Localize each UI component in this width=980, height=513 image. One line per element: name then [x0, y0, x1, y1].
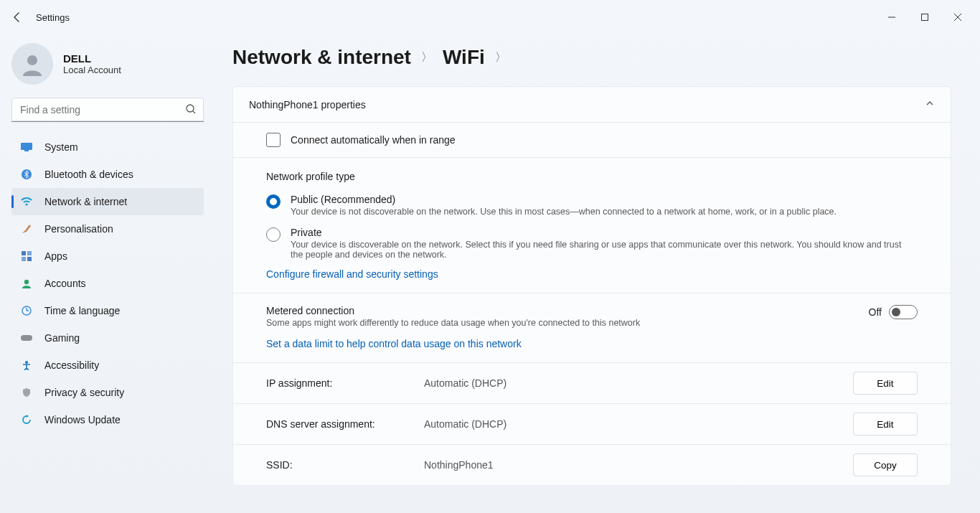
- search-box: [11, 98, 204, 122]
- sidebar-item-label: Network & internet: [44, 196, 127, 207]
- sidebar-item-bluetooth[interactable]: Bluetooth & devices: [11, 161, 204, 188]
- svg-rect-10: [27, 251, 32, 255]
- auto-connect-label: Connect automatically when in range: [291, 134, 456, 146]
- ip-assignment-edit-button[interactable]: Edit: [853, 372, 918, 395]
- metered-state-label: Off: [869, 306, 882, 318]
- sidebar-item-personalisation[interactable]: Personalisation: [11, 215, 204, 243]
- data-limit-link[interactable]: Set a data limit to help control data us…: [233, 331, 951, 362]
- properties-card: NothingPhone1 properties Connect automat…: [232, 86, 951, 486]
- sidebar-item-label: Apps: [44, 250, 67, 262]
- auto-connect-checkbox[interactable]: [266, 133, 281, 147]
- apps-icon: [20, 251, 33, 261]
- person-icon: [20, 52, 44, 76]
- svg-point-16: [25, 361, 28, 364]
- sidebar-item-accessibility[interactable]: Accessibility: [11, 352, 204, 379]
- profile-private-desc: Your device is discoverable on the netwo…: [291, 240, 915, 260]
- properties-title: NothingPhone1 properties: [249, 99, 366, 110]
- sidebar: DELL Local Account System Bluetooth & de…: [0, 34, 215, 513]
- sidebar-item-update[interactable]: Windows Update: [11, 406, 204, 433]
- dns-assignment-edit-button[interactable]: Edit: [853, 413, 918, 436]
- sidebar-item-network[interactable]: Network & internet: [11, 188, 204, 215]
- svg-rect-12: [27, 257, 32, 261]
- wifi-icon: [20, 197, 33, 207]
- user-subtitle: Local Account: [63, 65, 121, 75]
- chevron-right-icon: 〉: [495, 50, 507, 65]
- metered-toggle[interactable]: [889, 305, 918, 319]
- maximize-icon: [920, 13, 929, 22]
- sidebar-item-label: Accessibility: [44, 359, 99, 371]
- sidebar-item-system[interactable]: System: [11, 133, 204, 161]
- user-name: DELL: [63, 52, 121, 65]
- sidebar-item-gaming[interactable]: Gaming: [11, 324, 204, 352]
- sidebar-item-label: Bluetooth & devices: [44, 169, 133, 180]
- bluetooth-icon: [20, 169, 33, 179]
- globe-clock-icon: [20, 306, 33, 316]
- dns-assignment-value: Automatic (DHCP): [424, 418, 839, 430]
- sidebar-item-label: Accounts: [44, 278, 86, 289]
- search-icon: [185, 103, 197, 117]
- svg-rect-15: [21, 335, 32, 341]
- dns-assignment-row: DNS server assignment: Automatic (DHCP) …: [233, 404, 951, 444]
- sidebar-item-label: Time & language: [44, 305, 120, 316]
- metered-row: Metered connection Some apps might work …: [233, 293, 951, 331]
- close-button[interactable]: [941, 6, 974, 29]
- radio-private[interactable]: [266, 227, 281, 242]
- svg-rect-11: [22, 257, 26, 261]
- accessibility-icon: [20, 360, 33, 370]
- svg-point-8: [25, 203, 27, 205]
- svg-rect-9: [22, 251, 26, 255]
- arrow-left-icon: [11, 11, 23, 23]
- dns-assignment-key: DNS server assignment:: [266, 418, 410, 430]
- sidebar-item-apps[interactable]: Apps: [11, 243, 204, 270]
- sidebar-item-label: System: [44, 141, 78, 153]
- svg-rect-6: [24, 150, 29, 151]
- profile-public-title: Public (Recommended): [291, 194, 837, 205]
- ip-assignment-key: IP assignment:: [266, 377, 410, 389]
- chevron-up-icon: [925, 98, 935, 110]
- titlebar: Settings: [0, 0, 980, 34]
- ssid-copy-button[interactable]: Copy: [853, 453, 918, 476]
- firewall-link[interactable]: Configure firewall and security settings: [233, 261, 951, 293]
- sidebar-item-time[interactable]: Time & language: [11, 297, 204, 324]
- radio-public[interactable]: [266, 194, 281, 209]
- auto-connect-row: Connect automatically when in range: [233, 123, 951, 157]
- profile-public-option[interactable]: Public (Recommended) Your device is not …: [233, 189, 951, 218]
- ssid-key: SSID:: [266, 459, 410, 471]
- sidebar-item-privacy[interactable]: Privacy & security: [11, 379, 204, 406]
- nav-list: System Bluetooth & devices Network & int…: [11, 133, 204, 433]
- back-button[interactable]: [6, 6, 29, 29]
- profile-private-option[interactable]: Private Your device is discoverable on t…: [233, 218, 951, 261]
- svg-point-3: [187, 105, 194, 112]
- sidebar-item-label: Personalisation: [44, 223, 113, 235]
- system-icon: [20, 143, 33, 151]
- svg-point-2: [27, 55, 37, 65]
- minimize-button[interactable]: [875, 6, 908, 29]
- gaming-icon: [20, 334, 33, 342]
- chevron-right-icon: 〉: [421, 50, 433, 65]
- svg-point-13: [24, 280, 29, 284]
- ssid-value: NothingPhone1: [424, 459, 839, 471]
- svg-rect-1: [922, 14, 928, 21]
- properties-header[interactable]: NothingPhone1 properties: [233, 87, 951, 122]
- ip-assignment-value: Automatic (DHCP): [424, 377, 839, 389]
- sidebar-item-label: Privacy & security: [44, 387, 124, 398]
- breadcrumb-current[interactable]: WiFi: [443, 46, 485, 69]
- close-icon: [953, 13, 962, 22]
- ip-assignment-row: IP assignment: Automatic (DHCP) Edit: [233, 363, 951, 403]
- user-block[interactable]: DELL Local Account: [11, 40, 204, 98]
- sidebar-item-label: Gaming: [44, 332, 80, 344]
- avatar: [11, 43, 53, 85]
- paintbrush-icon: [20, 223, 33, 235]
- sidebar-item-label: Windows Update: [44, 414, 121, 425]
- sidebar-item-accounts[interactable]: Accounts: [11, 270, 204, 297]
- profile-type-title: Network profile type: [233, 158, 951, 189]
- breadcrumb-parent[interactable]: Network & internet: [232, 46, 411, 69]
- maximize-button[interactable]: [908, 6, 941, 29]
- metered-desc: Some apps might work differently to redu…: [266, 318, 640, 328]
- window-title: Settings: [36, 12, 70, 23]
- metered-title: Metered connection: [266, 305, 640, 316]
- search-input[interactable]: [11, 98, 204, 122]
- main-content: Network & internet 〉 WiFi 〉 NothingPhone…: [215, 34, 980, 513]
- svg-rect-5: [21, 143, 32, 150]
- minimize-icon: [887, 13, 896, 22]
